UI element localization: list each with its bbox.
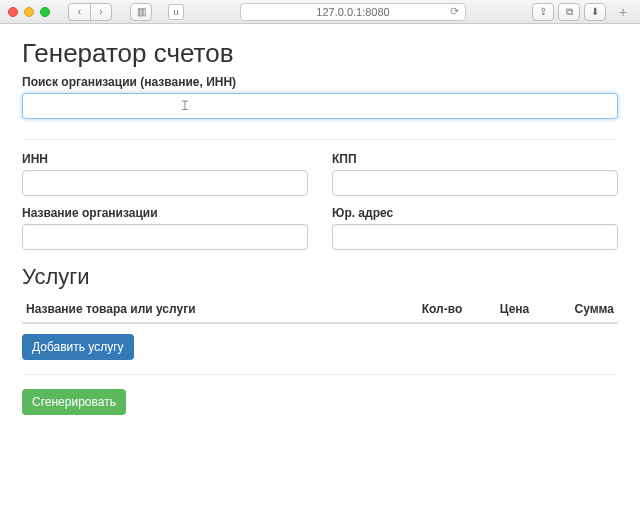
forward-button[interactable]: › — [90, 3, 112, 21]
nav-back-forward: ‹ › — [68, 3, 112, 21]
reload-icon[interactable]: ⟳ — [450, 5, 459, 18]
close-window-icon[interactable] — [8, 7, 18, 17]
table-header-row: Название товара или услуги Кол-во Цена С… — [22, 296, 618, 323]
tab-bar: u — [162, 4, 184, 20]
back-button[interactable]: ‹ — [68, 3, 90, 21]
browser-tab[interactable]: u — [168, 4, 184, 20]
org-search-label: Поиск организации (название, ИНН) — [22, 75, 618, 89]
add-service-button[interactable]: Добавить услугу — [22, 334, 134, 360]
orgname-label: Название организации — [22, 206, 308, 220]
row-name-addr: Название организации Юр. адрес — [22, 206, 618, 250]
inn-label: ИНН — [22, 152, 308, 166]
browser-titlebar: ‹ › ▥ u 127.0.0.1:8080 ⟳ ⇪ ⧉ ⬇ + — [0, 0, 640, 24]
col-name: Название товара или услуги — [22, 296, 380, 323]
new-tab-button[interactable]: + — [614, 0, 632, 24]
page-title: Генератор счетов — [22, 38, 618, 69]
row-inn-kpp: ИНН КПП — [22, 139, 618, 196]
tabs-button[interactable]: ⧉ — [558, 3, 580, 21]
col-sum: Сумма — [533, 296, 618, 323]
downloads-button[interactable]: ⬇ — [584, 3, 606, 21]
share-button[interactable]: ⇪ — [532, 3, 554, 21]
services-heading: Услуги — [22, 264, 618, 290]
text-cursor-icon: 𝙸 — [180, 97, 190, 114]
zoom-window-icon[interactable] — [40, 7, 50, 17]
separator — [22, 374, 618, 375]
kpp-label: КПП — [332, 152, 618, 166]
legaladdr-input[interactable] — [332, 224, 618, 250]
legaladdr-label: Юр. адрес — [332, 206, 618, 220]
page-content: Генератор счетов Поиск организации (назв… — [0, 24, 640, 429]
orgname-input[interactable] — [22, 224, 308, 250]
generate-button[interactable]: Сгенерировать — [22, 389, 126, 415]
address-text: 127.0.0.1:8080 — [316, 6, 389, 18]
org-search-input[interactable] — [22, 93, 618, 119]
inn-input[interactable] — [22, 170, 308, 196]
sidebar-button[interactable]: ▥ — [130, 3, 152, 21]
address-bar[interactable]: 127.0.0.1:8080 ⟳ — [240, 3, 466, 21]
kpp-input[interactable] — [332, 170, 618, 196]
services-table: Название товара или услуги Кол-во Цена С… — [22, 296, 618, 324]
col-price: Цена — [466, 296, 533, 323]
col-qty: Кол-во — [380, 296, 467, 323]
window-controls — [8, 7, 50, 17]
toolbar-right: ⇪ ⧉ ⬇ — [532, 3, 606, 21]
minimize-window-icon[interactable] — [24, 7, 34, 17]
org-search-group: Поиск организации (название, ИНН) 𝙸 — [22, 75, 618, 119]
